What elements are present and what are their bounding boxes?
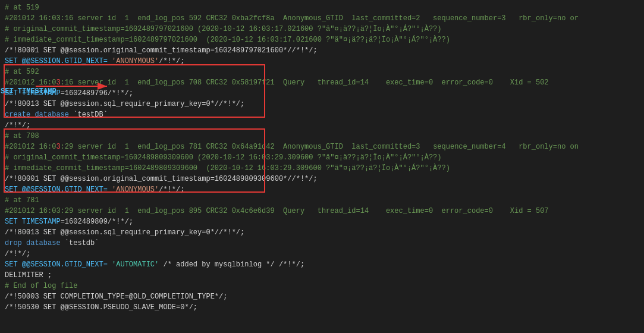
line-17: /*!80001 SET @@session.original_commit_t… bbox=[0, 174, 644, 184]
line-25-gtid-auto: SET @@SESSION.GTID_NEXT= 'AUTOMATIC' /* … bbox=[0, 259, 644, 270]
line-23-drop-db: drop database `testdb` bbox=[0, 238, 644, 249]
line-26-delimiter: DELIMITER ; bbox=[0, 270, 644, 281]
line-14: #201012 16:03:29 server id 1 end_log_pos… bbox=[0, 142, 644, 152]
line-24: /*!*/; bbox=[0, 249, 644, 259]
line-8: #201012 16:03:16 server id 1 end_log_pos… bbox=[0, 77, 644, 88]
set-timestamp-label: SET TIMESTAMP bbox=[1, 87, 56, 96]
line-18-gtid: SET @@SESSION.GTID_NEXT= 'ANONYMOUS'/*!*… bbox=[0, 184, 644, 195]
line-20: #201012 16:03:29 server id 1 end_log_pos… bbox=[0, 206, 644, 216]
line-22: /*!80013 SET @@session.sql_require_prima… bbox=[0, 227, 644, 238]
line-7: # at 592 bbox=[0, 67, 644, 77]
line-5: /*!80001 SET @@session.original_commit_t… bbox=[0, 45, 644, 56]
line-19: # at 781 bbox=[0, 195, 644, 206]
line-13: # at 708 bbox=[0, 131, 644, 142]
code-viewer: # at 519 #201012 16:03:16 server id 1 en… bbox=[0, 0, 644, 315]
line-15: # original_commit_timestamp=160248980930… bbox=[0, 152, 644, 163]
line-3: # original_commit_timestamp=160248979702… bbox=[0, 24, 644, 34]
line-12: /*!*/; bbox=[0, 120, 644, 131]
line-4: # immediate_commit_timestamp=16024897970… bbox=[0, 34, 644, 45]
line-9-set-timestamp: SET TIMESTAMP=1602489796/*!*/; bbox=[0, 88, 644, 99]
line-10: /*!80013 SET @@session.sql_require_prima… bbox=[0, 99, 644, 109]
line-6: SET @@SESSION.GTID_NEXT= 'ANONYMOUS'/*!*… bbox=[0, 56, 644, 67]
line-29: /*!50530 SET @@SESSION.PSEUDO_SLAVE_MODE… bbox=[0, 302, 644, 313]
line-21-set-timestamp2: SET TIMESTAMP=1602489809/*!*/; bbox=[0, 216, 644, 227]
line-11-create-db: create database `testDB` bbox=[0, 109, 644, 120]
line-27-end: # End of log file bbox=[0, 281, 644, 291]
line-1: # at 519 bbox=[0, 2, 644, 13]
line-28: /*!50003 SET COMPLETION_TYPE=@OLD_COMPLE… bbox=[0, 291, 644, 302]
line-2: #201012 16:03:16 server id 1 end_log_pos… bbox=[0, 13, 644, 24]
line-16: # immediate_commit_timestamp=16024898093… bbox=[0, 163, 644, 174]
code-content: # at 519 #201012 16:03:16 server id 1 en… bbox=[0, 0, 644, 315]
